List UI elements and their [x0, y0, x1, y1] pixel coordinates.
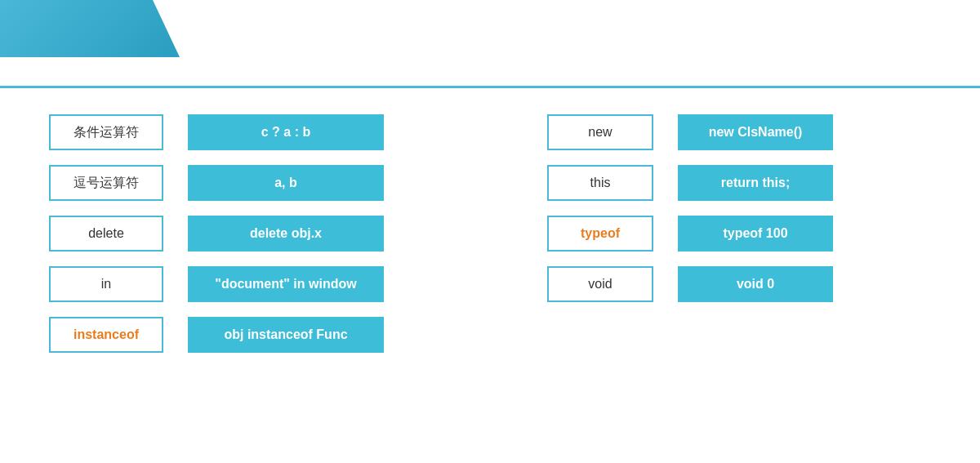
- op-example-0: c ? a : b: [188, 114, 384, 150]
- right-op-name-1: this: [547, 165, 653, 201]
- op-example-3: "document" in window: [188, 266, 384, 302]
- right-section: newnew ClsName()thisreturn this;typeofty…: [384, 98, 833, 353]
- divider-line: [0, 86, 980, 88]
- right-op-example-0: new ClsName(): [678, 114, 833, 150]
- left-row-2: deletedelete obj.x: [49, 216, 384, 252]
- op-name-1: 逗号运算符: [49, 165, 163, 201]
- right-op-example-3: void 0: [678, 266, 833, 302]
- op-example-4: obj instanceof Func: [188, 317, 384, 353]
- right-row-0: newnew ClsName(): [547, 114, 833, 150]
- left-row-1: 逗号运算符a, b: [49, 165, 384, 201]
- left-row-4: instanceofobj instanceof Func: [49, 317, 384, 353]
- left-section: 条件运算符c ? a : b逗号运算符a, bdeletedelete obj.…: [0, 98, 384, 353]
- main-content: 条件运算符c ? a : b逗号运算符a, bdeletedelete obj.…: [0, 98, 980, 353]
- op-name-2: delete: [49, 216, 163, 252]
- right-row-2: typeoftypeof 100: [547, 216, 833, 252]
- right-row-1: thisreturn this;: [547, 165, 833, 201]
- right-op-name-3: void: [547, 266, 653, 302]
- op-example-1: a, b: [188, 165, 384, 201]
- op-name-0: 条件运算符: [49, 114, 163, 150]
- left-row-3: in"document" in window: [49, 266, 384, 302]
- right-op-example-1: return this;: [678, 165, 833, 201]
- op-name-4: instanceof: [49, 317, 163, 353]
- op-name-3: in: [49, 266, 163, 302]
- banner: [0, 0, 180, 57]
- right-op-name-0: new: [547, 114, 653, 150]
- right-op-example-2: typeof 100: [678, 216, 833, 252]
- right-op-name-2: typeof: [547, 216, 653, 252]
- left-row-0: 条件运算符c ? a : b: [49, 114, 384, 150]
- right-row-3: voidvoid 0: [547, 266, 833, 302]
- op-example-2: delete obj.x: [188, 216, 384, 252]
